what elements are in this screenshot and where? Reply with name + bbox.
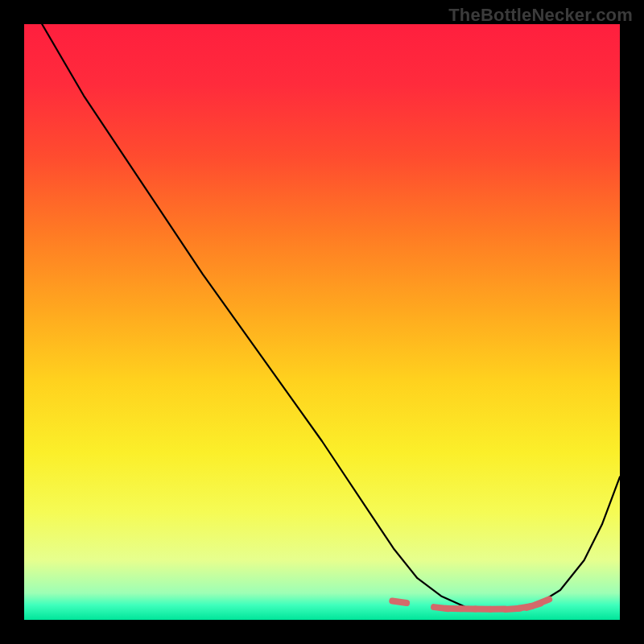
chart-frame: TheBottleNecker.com: [0, 0, 644, 644]
watermark-text: TheBottleNecker.com: [448, 5, 633, 26]
trough-marker: [392, 601, 407, 604]
chart-svg: [24, 24, 620, 620]
plot-area: [24, 24, 620, 620]
gradient-background: [24, 24, 620, 620]
